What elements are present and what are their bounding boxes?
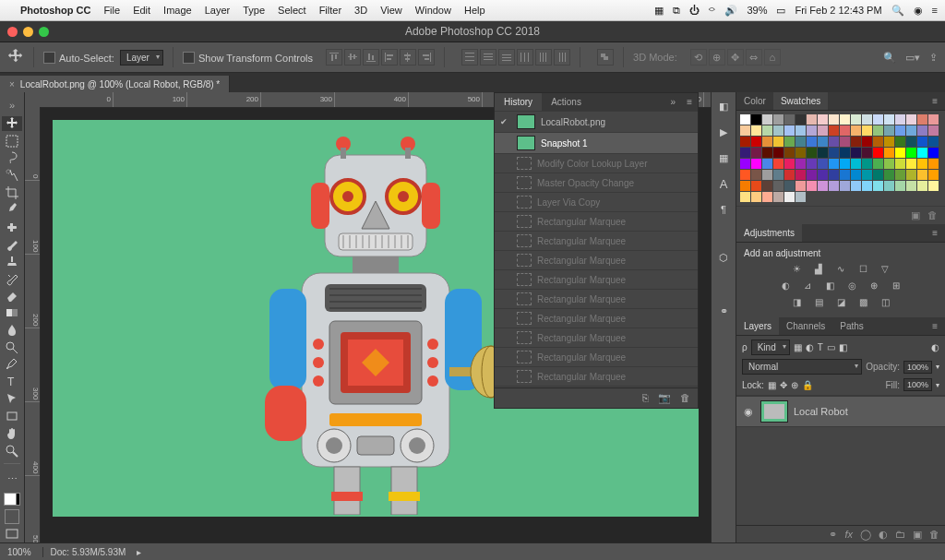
swatch[interactable]: [895, 148, 905, 158]
menu-view[interactable]: View: [380, 5, 402, 16]
swatch[interactable]: [795, 137, 806, 147]
swatch[interactable]: [795, 192, 806, 202]
tab-channels[interactable]: Channels: [779, 317, 832, 335]
levels-icon[interactable]: ▟: [811, 262, 826, 275]
menu-filter[interactable]: Filter: [319, 5, 341, 16]
3d-pan-icon[interactable]: ✥: [727, 49, 744, 66]
swatch[interactable]: [917, 137, 927, 147]
layer-name[interactable]: Local Robot: [794, 406, 848, 417]
swatch[interactable]: [917, 181, 927, 191]
link-icon[interactable]: ⚭: [715, 303, 732, 319]
align-bottom-icon[interactable]: [363, 49, 379, 66]
swatch[interactable]: [873, 114, 883, 125]
history-brush-tool[interactable]: [2, 271, 22, 287]
group-icon[interactable]: 🗀: [895, 529, 905, 541]
quick-mask-button[interactable]: [2, 509, 22, 525]
swatch[interactable]: [784, 148, 795, 158]
swatch[interactable]: [818, 159, 828, 169]
swatch[interactable]: [851, 159, 861, 169]
swatch[interactable]: [873, 170, 883, 180]
edit-toolbar-button[interactable]: ⋯: [2, 471, 22, 487]
swatch[interactable]: [751, 192, 761, 202]
align-left-icon[interactable]: [381, 49, 398, 66]
swatch[interactable]: [762, 170, 772, 180]
tab-layers[interactable]: Layers: [736, 317, 779, 335]
swatch[interactable]: [840, 159, 850, 169]
brightness-contrast-icon[interactable]: ☀: [789, 262, 804, 275]
marquee-tool[interactable]: [2, 133, 22, 149]
fill-value[interactable]: 100%: [903, 378, 932, 391]
swatch[interactable]: [740, 159, 750, 169]
menu-help[interactable]: Help: [464, 5, 485, 16]
zoom-tool[interactable]: [2, 443, 22, 459]
swatch[interactable]: [807, 125, 817, 136]
swatch[interactable]: [773, 125, 784, 136]
notifications-icon[interactable]: ≡: [932, 5, 938, 16]
swatch[interactable]: [762, 181, 772, 191]
tab-actions[interactable]: Actions: [542, 93, 591, 111]
swatch[interactable]: [818, 114, 828, 125]
swatch[interactable]: [829, 170, 839, 180]
history-item[interactable]: Modify Color Lookup Layer: [495, 153, 698, 173]
brush-tool[interactable]: [2, 236, 22, 252]
lock-artboard-icon[interactable]: ⊕: [791, 380, 798, 390]
character-icon[interactable]: A: [715, 175, 732, 192]
color-panel-icon[interactable]: ◧: [715, 98, 732, 114]
swatch[interactable]: [928, 137, 939, 147]
swatch[interactable]: [784, 192, 795, 202]
swatch[interactable]: [807, 159, 817, 169]
menu-window[interactable]: Window: [415, 5, 451, 16]
swatch[interactable]: [829, 148, 839, 158]
swatch[interactable]: [851, 137, 861, 147]
history-item[interactable]: ✔LocalRobot.png: [495, 111, 698, 132]
delete-state-icon[interactable]: 🗑: [680, 392, 690, 404]
swatch[interactable]: [751, 148, 761, 158]
blur-tool[interactable]: [2, 323, 22, 339]
history-item[interactable]: Rectangular Marquee: [495, 231, 698, 250]
swatch[interactable]: [928, 114, 939, 125]
play-icon[interactable]: ▶: [715, 124, 732, 140]
3d-roll-icon[interactable]: ⊕: [709, 49, 725, 66]
swatch[interactable]: [751, 137, 761, 147]
tab-color[interactable]: Color: [736, 92, 773, 110]
lock-position-icon[interactable]: ✥: [780, 380, 787, 390]
swatch[interactable]: [851, 170, 861, 180]
create-document-icon[interactable]: ⎘: [642, 392, 649, 404]
swatch[interactable]: [873, 148, 883, 158]
swatch[interactable]: [906, 159, 916, 169]
swatch[interactable]: [917, 159, 927, 169]
swatch[interactable]: [784, 181, 795, 191]
opacity-value[interactable]: 100%: [903, 361, 932, 374]
swatch[interactable]: [884, 159, 894, 169]
swatch[interactable]: [829, 137, 839, 147]
swatch[interactable]: [773, 170, 784, 180]
share-icon[interactable]: ⇪: [929, 52, 938, 64]
align-hcenter-icon[interactable]: [400, 49, 416, 66]
doc-info[interactable]: Doc: 5.93M/5.93M: [42, 547, 126, 557]
menu-3d[interactable]: 3D: [354, 5, 367, 16]
library-icon[interactable]: ▦: [715, 149, 732, 166]
filter-adjust-icon[interactable]: ◐: [806, 342, 814, 352]
gradient-map-icon[interactable]: ▩: [855, 295, 870, 308]
document-tab[interactable]: × LocalRobot.png @ 100% (Local Robot, RG…: [0, 76, 230, 93]
battery-text[interactable]: 39%: [747, 5, 767, 16]
clock[interactable]: Fri Feb 2 12:43 PM: [795, 5, 881, 16]
swatch[interactable]: [884, 114, 894, 125]
history-item[interactable]: Layer Via Copy: [495, 192, 698, 211]
filter-smart-icon[interactable]: ◧: [839, 342, 847, 352]
3d-panel-icon[interactable]: ⬡: [715, 249, 732, 266]
swatch[interactable]: [862, 114, 872, 125]
swatch[interactable]: [884, 137, 894, 147]
swatch[interactable]: [928, 159, 939, 169]
power-icon[interactable]: ⏻: [689, 5, 700, 16]
color-balance-icon[interactable]: ⊿: [800, 279, 815, 292]
status-icon[interactable]: ▦: [654, 5, 664, 17]
swatch[interactable]: [762, 148, 772, 158]
workspace-icon[interactable]: ▭▾: [905, 52, 920, 64]
swatch[interactable]: [751, 114, 761, 125]
swatch[interactable]: [740, 181, 750, 191]
align-vcenter-icon[interactable]: [344, 49, 361, 66]
volume-icon[interactable]: 🔊: [724, 5, 737, 17]
swatch[interactable]: [928, 181, 939, 191]
layer-list[interactable]: ◉ Local Robot: [736, 396, 945, 525]
